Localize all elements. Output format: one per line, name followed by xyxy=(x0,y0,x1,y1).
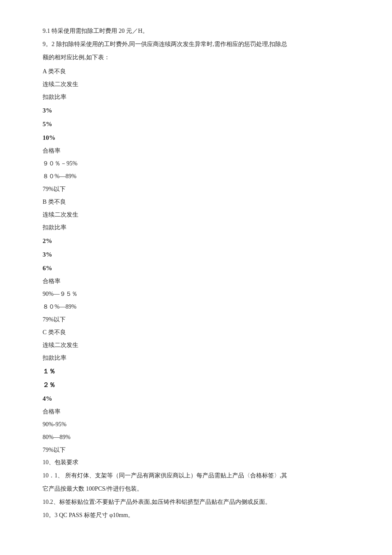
section-9-2-line1: 9。2 除扣除特采使用的工时费外,同一供应商连续两次发生异常时,需作相应的惩罚处… xyxy=(43,39,358,49)
section-10-1-line2: 它产品按最大数 100PCS/件进行包装。 xyxy=(43,483,358,494)
a-rate-2: 5% xyxy=(43,118,358,130)
a-class-label: A 类不良 xyxy=(43,66,358,78)
section-10-1-line1: 10．1、 所有灯体、支架等（同一产品有两家供应商以上）每产品需贴上产品〈合格标… xyxy=(43,470,358,481)
b-rate-2: 3% xyxy=(43,248,358,261)
c-pass-rate-2: 80%—89% xyxy=(43,431,358,443)
a-pass-rate-1: ９０％－95% xyxy=(43,158,358,170)
b-pass-rate-label: 合格率 xyxy=(43,275,358,287)
c-class-label: C 类不良 xyxy=(43,327,358,338)
section-9-1: 9.1 特采使用需扣除工时费用 20 元／H。 xyxy=(43,26,358,36)
c-rate-1: １％ xyxy=(43,365,358,378)
a-pass-rate-2: ８０%—89% xyxy=(43,171,358,182)
b-deduction-label: 扣款比率 xyxy=(43,222,358,234)
a-pass-rate-3: 79%以下 xyxy=(43,183,358,195)
b-rate-3: 6% xyxy=(43,262,358,275)
c-pass-rate-3: 79%以下 xyxy=(43,444,358,456)
a-rate-3: 10% xyxy=(43,131,358,144)
a-continuous-label: 连续二次发生 xyxy=(43,78,358,90)
section-9-2-line2: 额的相对应比例,如下表： xyxy=(43,52,358,63)
c-continuous-label: 连续二次发生 xyxy=(43,339,358,351)
c-rate-3: 4% xyxy=(43,392,358,405)
b-continuous-label: 连续二次发生 xyxy=(43,209,358,221)
c-pass-rate-1: 90%-95% xyxy=(43,419,358,431)
a-deduction-label: 扣款比率 xyxy=(43,91,358,103)
b-pass-rate-2: ８０%—89% xyxy=(43,301,358,313)
b-pass-rate-1: 90%—９５％ xyxy=(43,288,358,300)
b-class-label: B 类不良 xyxy=(43,196,358,208)
a-rate-1: 3% xyxy=(43,104,358,117)
main-content: 9.1 特采使用需扣除工时费用 20 元／H。 9。2 除扣除特采使用的工时费外… xyxy=(43,26,358,521)
section-10-3: 10。3 QC PASS 标签尺寸 φ10mm。 xyxy=(43,510,358,520)
section-10-title: 10、包装要求 xyxy=(43,457,358,468)
b-pass-rate-3: 79%以下 xyxy=(43,314,358,326)
c-pass-rate-label: 合格率 xyxy=(43,406,358,418)
a-pass-rate-label: 合格率 xyxy=(43,145,358,157)
c-rate-2: ２％ xyxy=(43,379,358,391)
b-rate-1: 2% xyxy=(43,234,358,247)
section-10-2: 10.2、标签标贴位置:不要贴于产品外表面,如压铸件和铝挤型产品贴在产品内侧或反… xyxy=(43,497,358,507)
c-deduction-label: 扣款比率 xyxy=(43,352,358,364)
